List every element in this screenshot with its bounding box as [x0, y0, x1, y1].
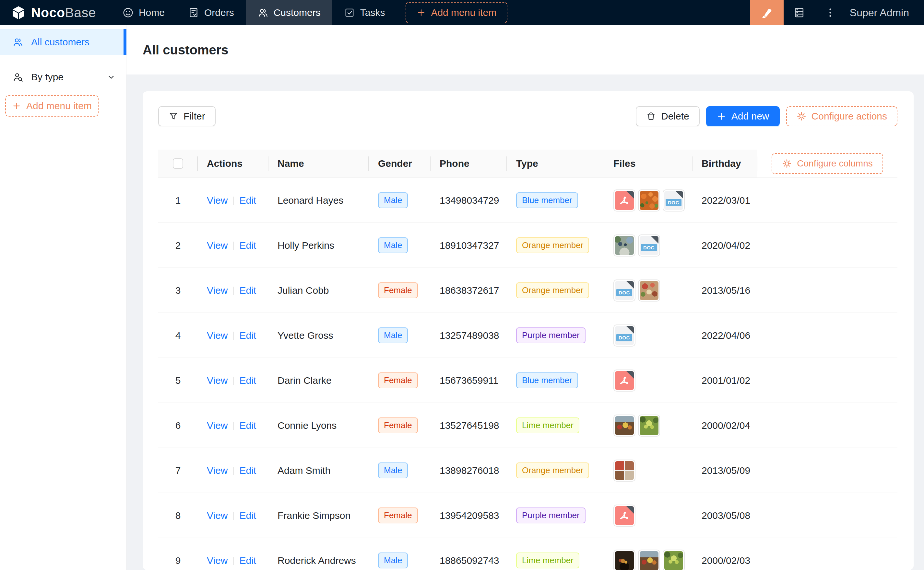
- configure-columns-button[interactable]: Configure columns: [772, 153, 883, 174]
- view-link[interactable]: View: [207, 555, 228, 566]
- layout: All customersBy type Add menu item All c…: [0, 25, 924, 570]
- filter-button[interactable]: Filter: [158, 106, 215, 126]
- gender-tag: Male: [378, 463, 408, 478]
- gender-cell: Male: [369, 192, 430, 208]
- phone-number: 13898276018: [430, 465, 507, 476]
- birthday-date: 2000/02/03: [692, 555, 757, 566]
- member-type-tag: Orange member: [516, 238, 589, 253]
- photo-orange-dish-image: [640, 191, 658, 210]
- nav-item-tasks[interactable]: Tasks: [332, 0, 397, 25]
- delete-button[interactable]: Delete: [636, 106, 700, 126]
- nocobase-logo[interactable]: NocoBase: [11, 5, 96, 20]
- kebab-menu-icon: [824, 7, 836, 18]
- photo-platter-file-thumbnail[interactable]: [638, 279, 660, 302]
- edit-link[interactable]: Edit: [239, 195, 256, 206]
- file-thumbnails: DOC: [613, 279, 692, 302]
- nav-add-menu-item-label: Add menu item: [431, 7, 497, 18]
- photo-garden-file-thumbnail[interactable]: [613, 234, 635, 256]
- photo-fruit-still-file-thumbnail[interactable]: [638, 550, 660, 570]
- column-header-gender: Gender: [369, 150, 430, 178]
- doc-icon: DOC: [615, 326, 634, 345]
- chevron-down-icon: [106, 72, 116, 82]
- edit-link[interactable]: Edit: [239, 285, 256, 296]
- sidebar-item-all-customers[interactable]: All customers: [0, 29, 126, 55]
- view-link[interactable]: View: [207, 420, 228, 431]
- more-actions-button[interactable]: [815, 0, 846, 25]
- member-type-tag: Purple member: [516, 507, 586, 523]
- actions-divider: [233, 377, 234, 385]
- nav-add-menu-item-button[interactable]: Add menu item: [406, 2, 507, 23]
- pdf-file-thumbnail[interactable]: [613, 504, 635, 527]
- photo-grapes-file-thumbnail[interactable]: [663, 550, 685, 570]
- configure-actions-button[interactable]: Configure actions: [786, 106, 898, 126]
- header-checkbox-cell: [158, 150, 198, 178]
- photo-orange-dish-file-thumbnail[interactable]: [638, 190, 660, 211]
- add-new-button[interactable]: Add new: [706, 106, 780, 126]
- actions-divider: [233, 512, 234, 520]
- file-thumbnails: [613, 504, 692, 527]
- gear-icon: [782, 159, 792, 169]
- member-type-tag: Blue member: [516, 372, 578, 388]
- plugin-manager-button[interactable]: [784, 0, 815, 25]
- gear-icon: [796, 112, 806, 121]
- view-link[interactable]: View: [207, 375, 228, 386]
- photo-collage-file-thumbnail[interactable]: [613, 460, 635, 481]
- pdf-file-thumbnail[interactable]: [613, 190, 635, 211]
- view-link[interactable]: View: [207, 195, 228, 206]
- edit-link[interactable]: Edit: [239, 510, 256, 521]
- photo-fruit-still-file-thumbnail[interactable]: [613, 415, 635, 437]
- type-cell: Orange member: [507, 282, 604, 298]
- nocobase-logo-icon: [11, 5, 26, 20]
- gender-cell: Male: [369, 553, 430, 568]
- edit-link[interactable]: Edit: [239, 240, 256, 251]
- file-thumbnails: DOC: [613, 234, 692, 256]
- configure-columns-label: Configure columns: [797, 158, 872, 169]
- doc-file-thumbnail[interactable]: DOC: [638, 234, 660, 256]
- nav-item-customers[interactable]: Customers: [246, 0, 332, 25]
- pdf-file-thumbnail[interactable]: [613, 369, 635, 392]
- birthday-date: 2022/04/06: [692, 330, 757, 341]
- edit-link[interactable]: Edit: [239, 330, 256, 341]
- plus-icon: [12, 101, 21, 110]
- photo-dark-bowl-file-thumbnail[interactable]: [613, 550, 635, 570]
- view-link[interactable]: View: [207, 330, 228, 341]
- file-thumbnails: [613, 415, 692, 437]
- files-cell: [604, 415, 692, 437]
- nav-item-home[interactable]: Home: [111, 0, 176, 25]
- view-link[interactable]: View: [207, 465, 228, 476]
- edit-link[interactable]: Edit: [239, 465, 256, 476]
- doc-file-thumbnail[interactable]: DOC: [613, 325, 635, 346]
- doc-file-thumbnail[interactable]: DOC: [663, 190, 685, 211]
- column-header-files: Files: [604, 150, 692, 178]
- files-cell: DOC: [604, 234, 692, 256]
- birthday-date: 2022/03/01: [692, 195, 757, 206]
- photo-grapes-file-thumbnail[interactable]: [638, 415, 660, 437]
- customers-table: ActionsNameGenderPhoneTypeFilesBirthdayC…: [158, 150, 898, 570]
- user-search-icon: [12, 72, 23, 83]
- birthday-date: 2013/05/09: [692, 465, 757, 476]
- files-cell: [604, 550, 692, 570]
- type-cell: Orange member: [507, 238, 604, 253]
- sidebar-item-by-type[interactable]: By type: [0, 64, 126, 90]
- birthday-date: 2001/01/02: [692, 375, 757, 386]
- user-menu[interactable]: Super Admin: [846, 7, 924, 19]
- customer-name: Frankie Simpson: [268, 510, 369, 521]
- view-link[interactable]: View: [207, 285, 228, 296]
- select-all-checkbox[interactable]: [173, 158, 183, 169]
- edit-link[interactable]: Edit: [239, 555, 256, 566]
- sidebar-add-menu-item-button[interactable]: Add menu item: [5, 95, 98, 116]
- sidebar-item-label: All customers: [31, 37, 89, 48]
- customer-name: Roderick Andrews: [268, 555, 369, 566]
- view-link[interactable]: View: [207, 240, 228, 251]
- type-cell: Orange member: [507, 463, 604, 478]
- actions-divider: [233, 287, 234, 295]
- phone-number: 15673659911: [430, 375, 507, 386]
- edit-link[interactable]: Edit: [239, 420, 256, 431]
- table-row: 3ViewEditJulian CobbFemale18638372617Ora…: [158, 268, 898, 313]
- photo-collage-image: [615, 461, 634, 480]
- doc-file-thumbnail[interactable]: DOC: [613, 279, 635, 302]
- edit-link[interactable]: Edit: [239, 375, 256, 386]
- view-link[interactable]: View: [207, 510, 228, 521]
- nav-item-orders[interactable]: Orders: [176, 0, 246, 25]
- ui-editor-button[interactable]: [750, 0, 784, 25]
